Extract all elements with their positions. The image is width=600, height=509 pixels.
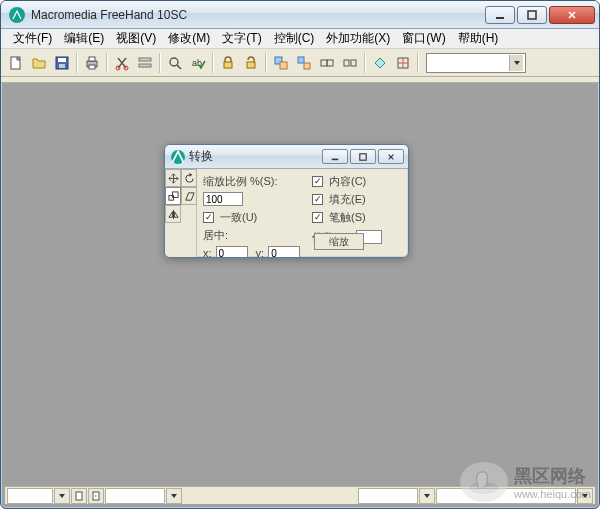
fill-label: 填充(E) bbox=[329, 192, 366, 207]
y-label: y: bbox=[256, 247, 265, 258]
scale-tool[interactable] bbox=[165, 187, 181, 205]
menu-view[interactable]: 视图(V) bbox=[110, 28, 162, 49]
save-button[interactable] bbox=[51, 52, 73, 74]
stroke-label: 笔触(S) bbox=[329, 210, 366, 225]
content-label: 内容(C) bbox=[329, 174, 366, 189]
svg-rect-1 bbox=[528, 11, 536, 19]
align-button[interactable] bbox=[392, 52, 414, 74]
dialog-maximize-button[interactable] bbox=[350, 149, 376, 164]
transform-dialog: 转换 缩放比例 %(S): 一致 bbox=[164, 144, 409, 258]
status-info bbox=[436, 488, 576, 504]
svg-rect-0 bbox=[496, 17, 504, 19]
dialog-title: 转换 bbox=[189, 148, 320, 165]
separator bbox=[417, 53, 419, 73]
transform-button[interactable] bbox=[369, 52, 391, 74]
move-tool[interactable] bbox=[165, 169, 181, 187]
lock-button[interactable] bbox=[217, 52, 239, 74]
separator bbox=[364, 53, 366, 73]
dialog-titlebar[interactable]: 转换 bbox=[165, 145, 408, 169]
status-page-prev[interactable] bbox=[71, 488, 87, 504]
menubar: 文件(F) 编辑(E) 视图(V) 修改(M) 文字(T) 控制(C) 外加功能… bbox=[1, 29, 599, 49]
chevron-down-icon bbox=[509, 55, 523, 71]
print-button[interactable] bbox=[81, 52, 103, 74]
menu-edit[interactable]: 编辑(E) bbox=[58, 28, 110, 49]
menu-text[interactable]: 文字(T) bbox=[216, 28, 267, 49]
unlock-button[interactable] bbox=[240, 52, 262, 74]
status-page-next[interactable] bbox=[88, 488, 104, 504]
svg-rect-23 bbox=[344, 60, 349, 66]
reflect-tool[interactable] bbox=[165, 205, 181, 223]
center-label: 居中: bbox=[203, 228, 228, 243]
svg-rect-28 bbox=[332, 158, 338, 160]
find-button[interactable] bbox=[164, 52, 186, 74]
menu-file[interactable]: 文件(F) bbox=[7, 28, 58, 49]
statusbar bbox=[5, 486, 595, 504]
separator bbox=[159, 53, 161, 73]
svg-rect-12 bbox=[139, 64, 151, 67]
svg-rect-11 bbox=[139, 58, 151, 61]
app-icon bbox=[9, 7, 25, 23]
toolbar: ab bbox=[1, 49, 599, 77]
options-button[interactable] bbox=[134, 52, 156, 74]
dialog-tool-palette bbox=[165, 169, 197, 257]
status-dropdown-2[interactable] bbox=[166, 488, 182, 504]
svg-rect-21 bbox=[321, 60, 327, 66]
open-button[interactable] bbox=[28, 52, 50, 74]
window-title: Macromedia FreeHand 10SC bbox=[31, 8, 483, 22]
status-zoom[interactable] bbox=[105, 488, 165, 504]
spellcheck-button[interactable]: ab bbox=[187, 52, 209, 74]
dialog-close-button[interactable] bbox=[378, 149, 404, 164]
fill-checkbox[interactable] bbox=[312, 194, 323, 205]
split-button[interactable] bbox=[339, 52, 361, 74]
content-checkbox[interactable] bbox=[312, 176, 323, 187]
svg-point-13 bbox=[170, 58, 178, 66]
status-dropdown-4[interactable] bbox=[577, 488, 593, 504]
cut-button[interactable] bbox=[111, 52, 133, 74]
scale-input[interactable] bbox=[203, 192, 243, 206]
style-dropdown[interactable] bbox=[426, 53, 526, 73]
svg-rect-16 bbox=[247, 62, 255, 68]
apply-button[interactable]: 缩放 bbox=[314, 233, 364, 250]
svg-rect-18 bbox=[280, 62, 287, 69]
x-input[interactable] bbox=[216, 246, 248, 258]
separator bbox=[106, 53, 108, 73]
svg-rect-29 bbox=[360, 153, 366, 159]
y-input[interactable] bbox=[268, 246, 300, 258]
svg-rect-8 bbox=[89, 65, 95, 69]
menu-window[interactable]: 窗口(W) bbox=[396, 28, 451, 49]
separator bbox=[265, 53, 267, 73]
status-dropdown-1[interactable] bbox=[54, 488, 70, 504]
status-dropdown-3[interactable] bbox=[419, 488, 435, 504]
group-button[interactable] bbox=[270, 52, 292, 74]
join-button[interactable] bbox=[316, 52, 338, 74]
dialog-minimize-button[interactable] bbox=[322, 149, 348, 164]
scale-label: 缩放比例 %(S): bbox=[203, 174, 278, 189]
new-button[interactable] bbox=[5, 52, 27, 74]
svg-rect-20 bbox=[304, 63, 310, 69]
dialog-icon bbox=[171, 150, 185, 164]
titlebar: Macromedia FreeHand 10SC bbox=[1, 1, 599, 29]
status-units[interactable] bbox=[7, 488, 53, 504]
menu-xtras[interactable]: 外加功能(X) bbox=[320, 28, 396, 49]
svg-rect-22 bbox=[327, 60, 333, 66]
svg-rect-7 bbox=[89, 57, 95, 61]
svg-rect-19 bbox=[298, 57, 304, 63]
separator bbox=[76, 53, 78, 73]
uniform-checkbox[interactable] bbox=[203, 212, 214, 223]
separator bbox=[212, 53, 214, 73]
menu-control[interactable]: 控制(C) bbox=[268, 28, 321, 49]
rotate-tool[interactable] bbox=[181, 169, 197, 187]
close-button[interactable] bbox=[549, 6, 595, 24]
dialog-content: 缩放比例 %(S): 一致(U) 居中: x: y: bbox=[197, 169, 408, 257]
svg-rect-26 bbox=[76, 492, 82, 500]
x-label: x: bbox=[203, 247, 212, 258]
menu-modify[interactable]: 修改(M) bbox=[162, 28, 216, 49]
menu-help[interactable]: 帮助(H) bbox=[452, 28, 505, 49]
status-mode[interactable] bbox=[358, 488, 418, 504]
svg-rect-4 bbox=[58, 58, 66, 62]
ungroup-button[interactable] bbox=[293, 52, 315, 74]
maximize-button[interactable] bbox=[517, 6, 547, 24]
skew-tool[interactable] bbox=[181, 187, 197, 205]
minimize-button[interactable] bbox=[485, 6, 515, 24]
stroke-checkbox[interactable] bbox=[312, 212, 323, 223]
